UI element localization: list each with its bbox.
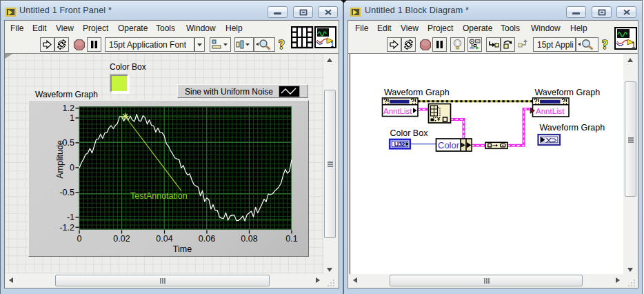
svg-text:?: ? xyxy=(279,38,285,52)
svg-text:0: 0 xyxy=(77,234,82,244)
svg-text:U32: U32 xyxy=(394,140,405,148)
svg-text:1: 1 xyxy=(70,113,74,123)
svg-text:0: 0 xyxy=(70,163,74,173)
svg-text:-1: -1 xyxy=(67,213,74,222)
svg-text:?: ? xyxy=(602,38,608,52)
svg-text:-1.2: -1.2 xyxy=(59,223,74,233)
svg-text:0.06: 0.06 xyxy=(199,234,215,244)
svg-text:1: 1 xyxy=(330,41,334,48)
svg-text:Waveform Graph: Waveform Graph xyxy=(384,88,450,97)
svg-text:1.2: 1.2 xyxy=(63,104,74,113)
svg-text:0.04: 0.04 xyxy=(156,234,172,244)
svg-text:TestAnnotation: TestAnnotation xyxy=(130,191,188,201)
svg-text:Time: Time xyxy=(173,244,192,254)
svg-text:Color: Color xyxy=(438,140,460,150)
svg-text:1: 1 xyxy=(632,41,636,49)
svg-text:Waveform Graph: Waveform Graph xyxy=(535,88,601,97)
svg-text:-0.5: -0.5 xyxy=(59,188,74,197)
svg-text:AnntList: AnntList xyxy=(536,107,565,115)
svg-text:0.1: 0.1 xyxy=(285,234,297,244)
svg-text:Amplitude: Amplitude xyxy=(55,140,65,179)
svg-text:0.08: 0.08 xyxy=(241,234,257,244)
svg-text:Waveform Graph: Waveform Graph xyxy=(540,123,605,133)
svg-text:Color Box: Color Box xyxy=(390,128,429,138)
svg-text:0.02: 0.02 xyxy=(113,234,130,244)
svg-text:AnntList: AnntList xyxy=(383,107,412,115)
